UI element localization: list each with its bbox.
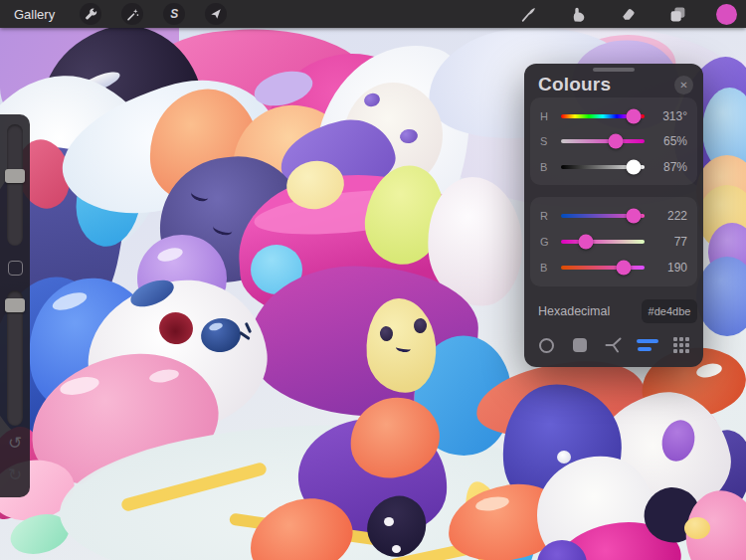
tab-harmony[interactable] <box>601 334 627 356</box>
artwork-blob <box>684 517 710 539</box>
blue-slider[interactable] <box>561 266 645 270</box>
close-icon: ✕ <box>679 80 687 91</box>
hue-label: H <box>540 110 553 122</box>
hex-value-field[interactable]: #de4dbe <box>642 299 697 323</box>
transform-arrow-icon <box>210 8 222 20</box>
green-slider-row: G77 <box>540 235 687 249</box>
selection-s-icon: S <box>170 8 178 20</box>
paint-button[interactable] <box>517 3 539 25</box>
adjustments-button[interactable] <box>121 3 143 25</box>
red-slider-thumb[interactable] <box>627 209 642 224</box>
colours-panel: Colours ✕ H313°S65%B87% R222G77B190 Hexa… <box>524 64 703 367</box>
blue-label: B <box>540 262 553 274</box>
toolbar-left-group: Gallery S <box>0 3 237 25</box>
disc-icon <box>539 338 554 353</box>
gallery-button[interactable]: Gallery <box>14 7 55 22</box>
opacity-slider[interactable] <box>7 290 23 426</box>
tab-value[interactable] <box>635 334 660 356</box>
panel-title: Colours <box>538 74 611 95</box>
brightness-slider[interactable] <box>561 165 645 169</box>
smudge-finger-icon <box>570 6 587 23</box>
erase-button[interactable] <box>617 3 639 25</box>
red-value: 222 <box>653 209 687 223</box>
blue-slider-thumb[interactable] <box>616 261 631 276</box>
redo-button[interactable]: ↻ <box>4 465 26 486</box>
saturation-slider[interactable] <box>561 139 645 143</box>
artwork-blob <box>696 257 746 336</box>
redo-icon: ↻ <box>8 466 22 484</box>
saturation-value: 65% <box>653 134 687 148</box>
brush-size-handle[interactable] <box>5 169 25 183</box>
drag-handle[interactable] <box>593 68 635 72</box>
classic-icon <box>573 338 587 352</box>
brightness-slider-thumb[interactable] <box>627 159 642 174</box>
harmony-icon <box>604 335 624 355</box>
smudge-button[interactable] <box>567 3 589 25</box>
tab-disc[interactable] <box>533 334 559 356</box>
artwork-blob <box>557 451 571 464</box>
hue-value: 313° <box>653 109 687 123</box>
hue-slider-row: H313° <box>540 109 687 123</box>
tab-palettes[interactable] <box>668 334 694 356</box>
layers-button[interactable] <box>666 3 688 25</box>
active-color-swatch[interactable] <box>716 4 737 25</box>
hue-slider-thumb[interactable] <box>626 108 641 123</box>
tab-classic[interactable] <box>567 334 593 356</box>
wrench-icon <box>85 8 97 21</box>
artwork-blob <box>392 545 401 553</box>
hue-slider[interactable] <box>561 114 645 118</box>
undo-icon: ↺ <box>8 434 22 453</box>
hexadecimal-label: Hexadecimal <box>538 304 610 318</box>
procreate-app: Gallery S <box>0 0 746 560</box>
undo-button[interactable]: ↺ <box>4 433 26 455</box>
panel-header: Colours ✕ <box>538 74 693 95</box>
hexadecimal-row: Hexadecimal #de4dbe <box>538 299 697 323</box>
brush-icon <box>520 6 537 23</box>
value-icon <box>637 339 658 344</box>
brightness-label: B <box>540 161 553 173</box>
saturation-label: S <box>540 135 553 147</box>
colour-mode-tabs <box>533 334 694 356</box>
green-label: G <box>540 236 553 248</box>
toolbar-right-group <box>503 3 746 25</box>
actions-button[interactable] <box>80 3 101 25</box>
brush-size-slider[interactable] <box>7 124 23 246</box>
saturation-slider-row: S65% <box>540 134 687 148</box>
red-slider-row: R222 <box>540 209 687 223</box>
red-slider[interactable] <box>561 214 645 218</box>
selection-button[interactable]: S <box>163 3 185 25</box>
top-toolbar: Gallery S <box>0 0 746 28</box>
blue-slider-row: B190 <box>540 261 687 275</box>
rgb-slider-group: R222G77B190 <box>530 197 697 286</box>
hsb-slider-group: H313°S65%B87% <box>530 97 697 185</box>
close-button[interactable]: ✕ <box>674 76 693 94</box>
value-icon-bar2 <box>638 347 652 352</box>
modify-button[interactable] <box>8 261 23 276</box>
palettes-icon <box>673 337 690 354</box>
saturation-slider-thumb[interactable] <box>608 134 623 149</box>
eraser-icon <box>620 6 637 23</box>
transform-button[interactable] <box>205 3 227 25</box>
opacity-handle[interactable] <box>5 298 25 312</box>
left-sidebar: ↺ ↻ <box>0 114 30 497</box>
magic-wand-icon <box>126 8 139 21</box>
red-label: R <box>540 210 553 222</box>
green-slider[interactable] <box>561 240 645 244</box>
green-value: 77 <box>653 235 687 249</box>
brightness-slider-row: B87% <box>540 160 687 174</box>
brightness-value: 87% <box>653 160 687 174</box>
artwork-blob <box>384 517 394 526</box>
blue-value: 190 <box>653 261 687 275</box>
layers-icon <box>669 6 686 23</box>
green-slider-thumb[interactable] <box>579 235 594 250</box>
